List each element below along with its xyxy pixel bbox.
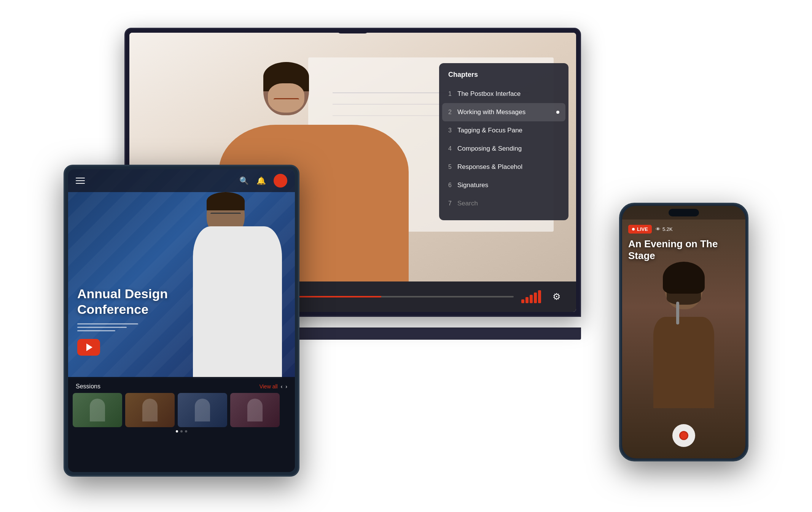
bar-5 xyxy=(538,290,541,303)
progress-bar[interactable] xyxy=(273,296,514,297)
play-icon xyxy=(86,343,92,351)
laptop-notch xyxy=(338,29,368,33)
signal-bars xyxy=(521,290,541,303)
live-badge: LIVE xyxy=(628,225,652,234)
nav-prev[interactable]: ‹ xyxy=(281,383,283,390)
chapters-title: Chapters xyxy=(439,71,568,85)
singer-head xyxy=(665,264,703,309)
view-all-link[interactable]: View all xyxy=(260,383,278,390)
tablet-speaker xyxy=(166,188,295,378)
phone-bottom-controls xyxy=(622,424,745,447)
bar-2 xyxy=(525,297,529,303)
play-button[interactable] xyxy=(77,339,100,356)
phone-screen: LIVE 👁 5.2K An Evening on The Stage xyxy=(622,206,745,458)
chapter-item-5[interactable]: 5Responses & Placehol xyxy=(439,158,568,176)
phone-show-title: An Evening on The Stage xyxy=(628,238,739,262)
phone-header-row: LIVE 👁 5.2K xyxy=(628,225,739,234)
singer-body xyxy=(653,317,714,408)
chapter-num-3: 3 xyxy=(448,127,457,134)
chapter-item-4[interactable]: 4Composing & Sending xyxy=(439,140,568,158)
dot-2 xyxy=(180,430,183,432)
tablet-sessions: Sessions View all ‹ › xyxy=(68,377,295,472)
singer-figure xyxy=(646,256,722,408)
hamburger-line-2 xyxy=(76,180,85,181)
line-2 xyxy=(77,327,127,328)
views-count: 5.2K xyxy=(662,226,673,232)
session-thumb-4[interactable] xyxy=(230,393,280,427)
chapter-label-3: Tagging & Focus Pane xyxy=(457,127,559,134)
tablet-header-icons: 🔍 🔔 xyxy=(239,174,287,188)
presenter-head xyxy=(263,62,309,115)
chapter-label-6: Signatures xyxy=(457,181,559,189)
tablet-body: Annual Design Conference xyxy=(64,165,299,477)
tablet-hero: Annual Design Conference xyxy=(68,169,295,378)
bar-3 xyxy=(530,295,533,303)
bar-4 xyxy=(534,293,537,303)
singer-beard xyxy=(667,289,701,305)
chapter-num-7: 7 xyxy=(448,200,457,207)
presenter-glasses xyxy=(274,98,299,106)
scene: Chapters 1The Postbox Interface2Working … xyxy=(64,28,748,484)
carousel-dots xyxy=(68,427,295,436)
chapter-label-7: Search xyxy=(457,200,559,207)
chapter-item-7[interactable]: 7Search xyxy=(439,194,568,213)
chapter-num-1: 1 xyxy=(448,91,457,97)
dot-active xyxy=(176,430,178,432)
chapter-label-1: The Postbox Interface xyxy=(457,90,559,98)
chapter-num-5: 5 xyxy=(448,164,457,170)
tablet-screen: Annual Design Conference xyxy=(68,169,295,472)
bar-1 xyxy=(521,299,524,303)
tablet-conference-title: Annual Design Conference xyxy=(77,286,184,317)
chapter-item-3[interactable]: 3Tagging & Focus Pane xyxy=(439,121,568,140)
nav-next[interactable]: › xyxy=(285,383,287,390)
search-icon[interactable]: 🔍 xyxy=(239,176,249,185)
speaker-glasses xyxy=(210,213,241,219)
chapter-active-dot xyxy=(556,111,559,114)
chapter-item-1[interactable]: 1The Postbox Interface xyxy=(439,85,568,103)
record-icon xyxy=(679,431,688,440)
chapter-list: 1The Postbox Interface2Working with Mess… xyxy=(439,85,568,213)
avatar[interactable] xyxy=(274,174,287,188)
chapter-num-6: 6 xyxy=(448,182,457,189)
speaker-body xyxy=(193,226,282,378)
phone-device: LIVE 👁 5.2K An Evening on The Stage xyxy=(619,203,748,461)
chapter-label-4: Composing & Sending xyxy=(457,145,559,153)
chapters-panel: Chapters 1The Postbox Interface2Working … xyxy=(439,63,568,220)
chapter-num-4: 4 xyxy=(448,145,457,152)
dot-3 xyxy=(185,430,187,432)
tablet-decorative-lines xyxy=(77,323,184,331)
eye-icon: 👁 xyxy=(656,226,661,232)
chapter-item-6[interactable]: 6Signatures xyxy=(439,176,568,194)
record-button[interactable] xyxy=(672,424,695,447)
hamburger-line-3 xyxy=(76,183,85,184)
session-thumb-1[interactable] xyxy=(73,393,122,427)
line-1 xyxy=(77,323,138,324)
chapter-label-5: Responses & Placehol xyxy=(457,163,559,171)
chapter-num-2: 2 xyxy=(448,109,457,116)
hamburger-menu[interactable] xyxy=(76,178,85,184)
tablet-overlay: Annual Design Conference xyxy=(77,286,184,356)
settings-icon[interactable]: ⚙ xyxy=(552,291,561,302)
singer-mic xyxy=(676,302,679,324)
line-3 xyxy=(77,330,115,331)
sessions-nav: View all ‹ › xyxy=(260,383,287,390)
notification-icon[interactable]: 🔔 xyxy=(256,176,266,185)
live-dot xyxy=(632,228,635,231)
phone-body: LIVE 👁 5.2K An Evening on The Stage xyxy=(619,203,748,461)
live-label: LIVE xyxy=(637,226,648,232)
views-badge: 👁 5.2K xyxy=(656,226,673,232)
sessions-label: Sessions xyxy=(76,383,100,390)
chapter-item-2[interactable]: 2Working with Messages xyxy=(442,103,565,121)
session-thumb-3[interactable] xyxy=(178,393,227,427)
phone-overlay: LIVE 👁 5.2K An Evening on The Stage xyxy=(622,206,745,262)
tablet-device: Annual Design Conference xyxy=(64,165,299,477)
presenter-face xyxy=(268,83,304,113)
tablet-header: 🔍 🔔 xyxy=(68,169,295,192)
chapter-label-2: Working with Messages xyxy=(457,108,556,116)
hamburger-line-1 xyxy=(76,178,85,178)
sessions-thumbnails xyxy=(68,393,295,427)
session-thumb-2[interactable] xyxy=(125,393,175,427)
sessions-header: Sessions View all ‹ › xyxy=(68,377,295,393)
speaker-hair xyxy=(207,192,245,210)
